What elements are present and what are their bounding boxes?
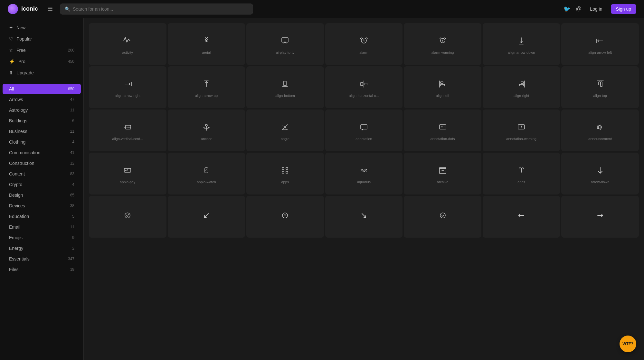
- sidebar-item-files[interactable]: Files 19: [3, 264, 81, 275]
- sidebar-item-popular[interactable]: ♡ Popular: [3, 33, 81, 44]
- sidebar-item-astrology[interactable]: Astrology 11: [3, 105, 81, 115]
- icon-cell-anchor[interactable]: anchor: [168, 109, 245, 151]
- sidebar-item-upgrade[interactable]: ⬆ Upgrade: [3, 67, 81, 78]
- sidebar-item-new[interactable]: ✦ New: [3, 22, 81, 33]
- sidebar-category-count: 41: [70, 150, 74, 155]
- icon-cell-align-left[interactable]: align-left: [404, 66, 481, 108]
- icon-cell-apps[interactable]: apps: [246, 153, 324, 194]
- icon-cell-airplay-to-tv[interactable]: airplay-to-tv: [246, 23, 324, 65]
- sidebar-divider: [6, 81, 77, 81]
- sidebar-item-construction[interactable]: Construction 12: [3, 158, 81, 168]
- icon-cell-apple-pay[interactable]: apple-pay: [89, 153, 166, 194]
- sidebar-category-count: 11: [70, 108, 74, 112]
- airplay-to-tv-icon: [280, 36, 289, 45]
- svg-rect-61: [440, 167, 446, 169]
- icon-cell-label: apps: [281, 180, 289, 184]
- icon-cell-apple-watch[interactable]: apple-watch: [168, 153, 245, 194]
- sidebar-item-crypto[interactable]: Crypto 4: [3, 179, 81, 190]
- icon-cell-align-arrow-down[interactable]: align-arrow-down: [483, 23, 560, 65]
- icon-cell-align-right[interactable]: align-right: [483, 66, 560, 108]
- sidebar-item-free[interactable]: ☆ Free 200: [3, 45, 81, 56]
- icon-cell-r5-6[interactable]: [483, 196, 560, 238]
- sidebar-category-label: All: [9, 86, 14, 91]
- icon-cell-annotation-dots[interactable]: annotation-dots: [404, 109, 481, 151]
- icon-cell-r5-2[interactable]: [168, 196, 245, 238]
- icon-cell-r5-5[interactable]: [404, 196, 481, 238]
- wtf-button[interactable]: WTF?: [620, 336, 636, 352]
- icon-cell-align-horizontal-c[interactable]: align-horizontal-c...: [325, 66, 403, 108]
- svg-point-55: [206, 170, 207, 171]
- sidebar-category-label: Email: [9, 224, 20, 230]
- sidebar-item-buildings[interactable]: Buildings 6: [3, 116, 81, 126]
- sidebar-item-design[interactable]: Design 65: [3, 190, 81, 200]
- sidebar-item-left: ✦ New: [9, 25, 25, 31]
- icon-cell-r5-1[interactable]: [89, 196, 166, 238]
- sidebar: ✦ New ♡ Popular ☆ Free 200 ⚡ Pro 450 ⬆ U…: [0, 18, 84, 360]
- sidebar-item-education[interactable]: Education 5: [3, 211, 81, 222]
- sidebar-item-all[interactable]: All 650: [3, 84, 81, 94]
- icon-cell-align-vertical-cent[interactable]: align-vertical-cent...: [89, 109, 166, 151]
- icon-cell-angle[interactable]: angle: [246, 109, 324, 151]
- sidebar-item-business[interactable]: Business 21: [3, 126, 81, 137]
- align-arrow-up-icon: [202, 80, 211, 89]
- icon-cell-aries[interactable]: aries: [483, 153, 560, 194]
- icon-cell-alarm[interactable]: alarm: [325, 23, 403, 65]
- login-button[interactable]: Log in: [587, 5, 605, 14]
- icon-cell-label: align-left: [436, 94, 450, 98]
- search-input[interactable]: [73, 6, 248, 12]
- annotation-icon: [359, 123, 368, 132]
- at-icon[interactable]: @: [576, 5, 582, 12]
- icon-cell-label: align-bottom: [275, 94, 295, 98]
- icon-cell-annotation[interactable]: annotation: [325, 109, 403, 151]
- icon-cell-align-bottom[interactable]: align-bottom: [246, 66, 324, 108]
- sidebar-category-count: 38: [70, 204, 74, 208]
- sidebar-item-clothing[interactable]: Clothing 4: [3, 137, 81, 147]
- svg-point-48: [521, 128, 522, 128]
- r5-3-icon: [280, 211, 289, 220]
- sidebar-category-count: 11: [70, 225, 74, 229]
- icon-cell-r5-7[interactable]: [561, 196, 639, 238]
- icon-cell-align-arrow-left[interactable]: align-arrow-left: [561, 23, 639, 65]
- twitter-icon[interactable]: 🐦: [564, 5, 571, 13]
- icon-cell-r5-4[interactable]: [325, 196, 403, 238]
- icon-cell-alarm-warning[interactable]: alarm-warning: [404, 23, 481, 65]
- logo-text: iconic: [21, 5, 38, 12]
- sidebar-item-emojis[interactable]: Emojis 9: [3, 232, 81, 243]
- svg-point-7: [442, 41, 443, 42]
- sidebar-item-communication[interactable]: Communication 41: [3, 147, 81, 158]
- svg-rect-17: [284, 81, 286, 86]
- menu-icon[interactable]: ☰: [46, 4, 55, 14]
- icon-cell-archive[interactable]: archive: [404, 153, 481, 194]
- icon-cell-label: apple-pay: [120, 180, 135, 184]
- svg-rect-23: [440, 82, 443, 83]
- icon-cell-aerial[interactable]: aerial: [168, 23, 245, 65]
- sidebar-category-label: Buildings: [9, 118, 27, 123]
- sidebar-item-energy[interactable]: Energy 2: [3, 243, 81, 253]
- sidebar-item-arrows[interactable]: Arrows 47: [3, 94, 81, 105]
- signup-button[interactable]: Sign up: [611, 4, 636, 14]
- sidebar-item-email[interactable]: Email 11: [3, 222, 81, 232]
- sidebar-categories: All 650 Arrows 47 Astrology 11 Buildings…: [0, 84, 83, 275]
- logo[interactable]: iconic: [8, 4, 38, 14]
- icon-cell-r5-3[interactable]: [246, 196, 324, 238]
- icon-cell-label: angle: [281, 137, 289, 141]
- icon-cell-aquarius[interactable]: aquarius: [325, 153, 403, 194]
- svg-line-67: [362, 213, 366, 217]
- align-arrow-right-icon: [123, 80, 132, 89]
- icon-cell-align-arrow-right[interactable]: align-arrow-right: [89, 66, 166, 108]
- sidebar-category-label: Communication: [9, 150, 40, 155]
- icon-cell-arrow-down[interactable]: arrow-down: [561, 153, 639, 194]
- icon-cell-align-arrow-up[interactable]: align-arrow-up: [168, 66, 245, 108]
- sidebar-item-pro[interactable]: ⚡ Pro 450: [3, 56, 81, 67]
- svg-rect-60: [440, 168, 446, 174]
- svg-point-66: [282, 213, 288, 218]
- icon-cell-align-top[interactable]: align-top: [561, 66, 639, 108]
- icon-cell-annotation-warning[interactable]: annotation-warning: [483, 109, 560, 151]
- angle-icon: [280, 123, 289, 132]
- sidebar-item-devices[interactable]: Devices 38: [3, 201, 81, 211]
- sidebar-category-count: 65: [70, 193, 74, 197]
- sidebar-item-content[interactable]: Content 83: [3, 169, 81, 179]
- sidebar-item-essentials[interactable]: Essentials 347: [3, 254, 81, 264]
- icon-cell-activity[interactable]: activity: [89, 23, 166, 65]
- icon-cell-announcement[interactable]: announcement: [561, 109, 639, 151]
